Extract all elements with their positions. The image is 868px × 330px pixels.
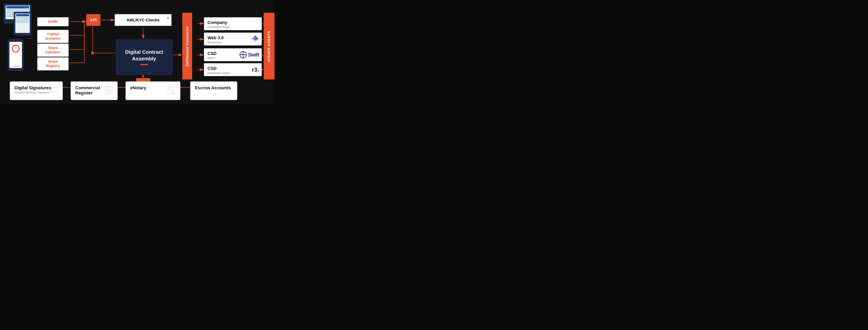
commercial-register-box: Commercial Register R: [70, 82, 118, 100]
settlement-connector: Settlement Connector: [182, 13, 192, 80]
issuer-agents-bar: ISSUER AGENTS: [264, 13, 275, 80]
dca-box: Digital Contract Assembly: [116, 39, 173, 75]
eth-icon: [251, 35, 259, 43]
amlkyc-box: AML/KYC Checks ⚙: [115, 14, 172, 26]
signature-icon: [49, 87, 59, 95]
devices-area: R 2'500 R 1'532: [2, 2, 32, 79]
svg-text:R: R: [108, 90, 110, 92]
share-transfers-box: Share transfers: [37, 43, 69, 57]
notary-icon: [166, 86, 177, 95]
register-icon: R: [104, 86, 114, 95]
csd-r3-box: CSD Distributed Ledger r3.: [204, 63, 262, 76]
agms-box: AGMs: [37, 17, 69, 26]
company-box: Company Centralized ledger: [204, 17, 262, 30]
escrow-accounts-box: Escrow Accounts: [190, 82, 237, 100]
phone-device: R 2'500 R 1'532: [8, 39, 24, 71]
web3-box: Web 3.0 Blockchains: [204, 33, 262, 46]
tablet-device: [14, 12, 31, 35]
digital-signatures-box: Digital Signatures Qualified Electronic …: [10, 82, 63, 100]
enotary-box: eNotary: [125, 82, 180, 100]
api-top-box: API: [86, 14, 100, 26]
svg-point-13: [91, 52, 94, 54]
capital-issuance-box: Capital Issuance: [37, 30, 69, 43]
r3-logo: r3.: [252, 66, 259, 73]
csd-swift-box: CSD SWIFT Swift: [204, 48, 262, 61]
svg-rect-42: [50, 88, 56, 92]
share-registry-box: Share Registry: [37, 57, 69, 70]
main-diagram: R 2'500 R 1'532 AGMs Capital Issuance Sh…: [0, 0, 275, 104]
svg-point-57: [171, 90, 175, 94]
svg-point-58: [172, 91, 174, 93]
swift-logo: Swift: [240, 51, 259, 58]
